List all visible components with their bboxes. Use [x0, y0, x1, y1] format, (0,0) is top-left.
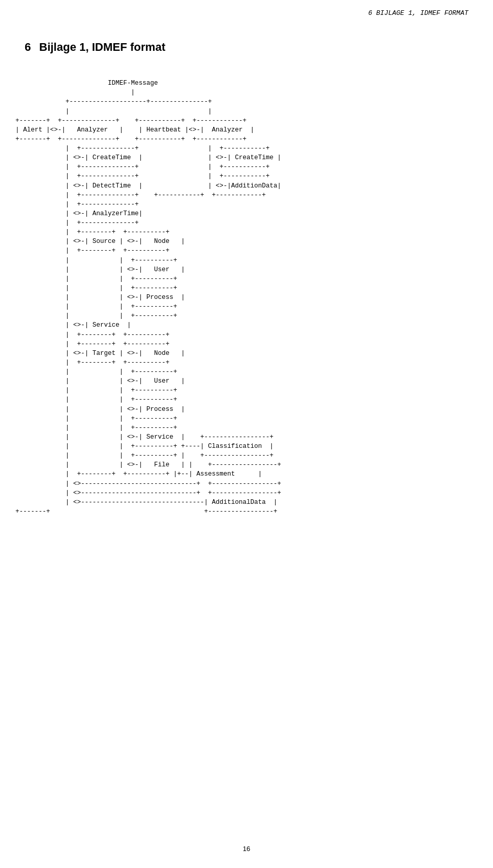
header-text: 6 BIJLAGE 1, IDMEF FORMAT [368, 9, 468, 17]
page-number: 16 [243, 845, 250, 853]
chapter-number: 6 [25, 41, 31, 53]
chapter-title: Bijlage 1, IDMEF format [39, 41, 165, 53]
page-header: 6 BIJLAGE 1, IDMEF FORMAT [0, 0, 493, 22]
diagram-container: IDMEF-Message | +--------------------+--… [0, 64, 493, 537]
diagram-text: IDMEF-Message | +--------------------+--… [15, 80, 281, 515]
page-footer: 16 [0, 835, 493, 858]
chapter-heading: 6Bijlage 1, IDMEF format [0, 22, 493, 64]
